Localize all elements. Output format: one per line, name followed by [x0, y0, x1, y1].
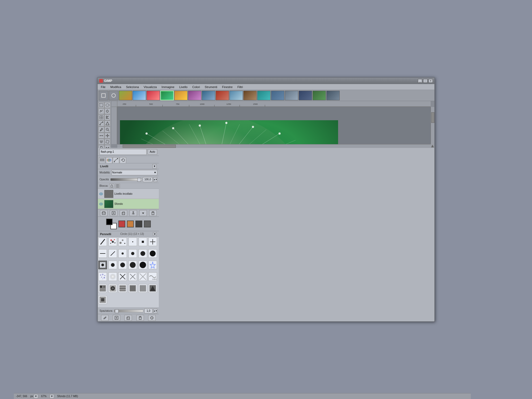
color-swatch-orange[interactable] — [127, 221, 134, 227]
delete-brush-button[interactable] — [136, 315, 144, 321]
brush-circle-md[interactable] — [128, 249, 137, 258]
image-thumb-11[interactable] — [257, 91, 271, 100]
image-thumb-12[interactable] — [271, 91, 284, 100]
tool-transform[interactable] — [105, 139, 110, 145]
tool-move[interactable] — [105, 133, 110, 139]
brush-circle-11-selected[interactable] — [98, 261, 107, 269]
menu-colori[interactable]: Colori — [190, 85, 202, 89]
brush-glow[interactable] — [109, 272, 117, 281]
brush-diag2[interactable] — [109, 249, 117, 258]
brush-plus1[interactable] — [148, 238, 157, 246]
canvas-viewport[interactable] — [117, 107, 431, 144]
close-button[interactable]: ✕ — [429, 79, 433, 83]
brush-texture3[interactable] — [118, 284, 127, 293]
brush-x3[interactable] — [139, 272, 147, 281]
color-swatch-dark[interactable] — [135, 221, 142, 227]
spacing-stepper[interactable]: ▲▼ — [153, 309, 157, 313]
menu-filtri[interactable]: Filtri — [235, 85, 245, 89]
brushes-close-button[interactable]: ▼ — [153, 232, 157, 236]
image-thumb-2[interactable] — [133, 91, 146, 100]
duplicate-brush-button[interactable] — [124, 315, 132, 321]
menu-modifica[interactable]: Modifica — [108, 85, 123, 89]
brush-circle-lg[interactable] — [139, 249, 147, 258]
brush-texture1[interactable] — [98, 284, 107, 293]
tool-align[interactable] — [98, 139, 104, 145]
brush-sq1[interactable] — [139, 238, 147, 246]
brush-circle-21[interactable] — [139, 261, 147, 269]
brush-circle-xl[interactable] — [148, 249, 157, 258]
brush-circle-sm[interactable] — [118, 249, 127, 258]
mode-dropdown[interactable]: Normale ▼ — [111, 170, 157, 175]
image-thumb-9[interactable] — [230, 91, 243, 100]
brush-texture6[interactable] — [148, 284, 157, 293]
image-thumb-13[interactable] — [285, 91, 298, 100]
image-thumb-10[interactable] — [243, 91, 257, 100]
tool-color-picker[interactable] — [98, 127, 104, 132]
color-swatch-red[interactable] — [118, 221, 125, 227]
brush-diag1[interactable] — [98, 238, 107, 246]
brush-line1[interactable] — [98, 249, 107, 258]
tab-layers[interactable] — [99, 157, 105, 163]
image-thumb-1[interactable] — [119, 91, 132, 100]
scrollbar-horizontal[interactable] — [117, 144, 431, 148]
tool-scissors[interactable] — [105, 114, 110, 120]
menu-immagine[interactable]: Immagine — [159, 85, 176, 89]
layers-options-button[interactable]: ▼ — [152, 164, 157, 168]
brush-texture7[interactable] — [98, 296, 107, 304]
tab-paths[interactable] — [113, 157, 119, 163]
tool-color-select[interactable] — [105, 120, 110, 126]
image-thumb-8[interactable] — [216, 91, 229, 100]
menu-file[interactable]: File — [99, 85, 108, 89]
merge-down-button[interactable] — [139, 210, 147, 216]
edit-brush-button[interactable] — [101, 315, 109, 321]
image-thumb-14[interactable] — [299, 91, 312, 100]
new-brush-button[interactable] — [113, 315, 120, 321]
spacing-slider-thumb[interactable] — [115, 309, 119, 313]
layer-eye-sfondo[interactable] — [99, 202, 103, 206]
brush-wave[interactable]: online — [148, 272, 157, 281]
image-thumb-4[interactable] — [160, 91, 174, 100]
brush-dot1[interactable] — [128, 238, 137, 246]
minimize-button[interactable]: _ — [418, 79, 422, 83]
tool-ellipse-select[interactable] — [105, 102, 110, 108]
layer-item-pasted[interactable]: Livello incollato — [98, 189, 159, 199]
tool-paths[interactable] — [98, 120, 104, 126]
lock-pixels-button[interactable] — [109, 184, 114, 188]
brush-texture2[interactable] — [109, 284, 117, 293]
tool-free-select[interactable] — [98, 108, 104, 114]
image-selector-dropdown[interactable]: flash.png-1 — [99, 149, 147, 155]
view-single-button[interactable] — [99, 91, 108, 100]
image-thumb-3[interactable] — [147, 91, 160, 100]
layer-eye-pasted[interactable] — [99, 192, 103, 196]
foreground-swatch[interactable] — [106, 219, 113, 225]
brush-texture4[interactable] — [128, 284, 137, 293]
brush-circle-17[interactable] — [118, 261, 127, 269]
menu-strumenti[interactable]: Strumenti — [203, 85, 219, 89]
brush-star2[interactable] — [118, 238, 127, 246]
refresh-brushes-button[interactable] — [148, 315, 156, 321]
tool-flip[interactable] — [105, 145, 110, 148]
brush-star3[interactable] — [148, 261, 157, 269]
maximize-button[interactable]: □ — [423, 79, 427, 83]
tool-measure[interactable] — [98, 133, 104, 139]
scrollbar-vertical[interactable] — [431, 107, 434, 144]
opacity-value[interactable]: 100,0 — [143, 177, 152, 182]
brush-dots-scatter[interactable] — [98, 272, 107, 281]
brush-circle-19[interactable] — [128, 261, 137, 269]
tab-channels[interactable] — [106, 157, 112, 163]
image-thumb-6[interactable] — [188, 91, 201, 100]
brush-circle-13[interactable] — [109, 261, 117, 269]
tool-color-picker-select[interactable] — [98, 114, 104, 120]
spacing-value[interactable]: 1,0 — [144, 309, 152, 313]
brush-x1[interactable] — [118, 272, 127, 281]
color-swatch-gray[interactable] — [144, 221, 151, 227]
tool-perspective[interactable] — [98, 145, 104, 148]
auto-button[interactable]: Auto — [148, 149, 157, 155]
opacity-slider-thumb[interactable] — [137, 178, 141, 182]
menu-livello[interactable]: Livello — [177, 85, 190, 89]
new-from-visible-button[interactable] — [100, 210, 107, 216]
menu-visualizza[interactable]: Visualizza — [142, 85, 159, 89]
spacing-slider[interactable] — [114, 310, 143, 312]
view-multi-button[interactable] — [109, 91, 118, 100]
tool-rectangle-select[interactable] — [98, 102, 104, 108]
